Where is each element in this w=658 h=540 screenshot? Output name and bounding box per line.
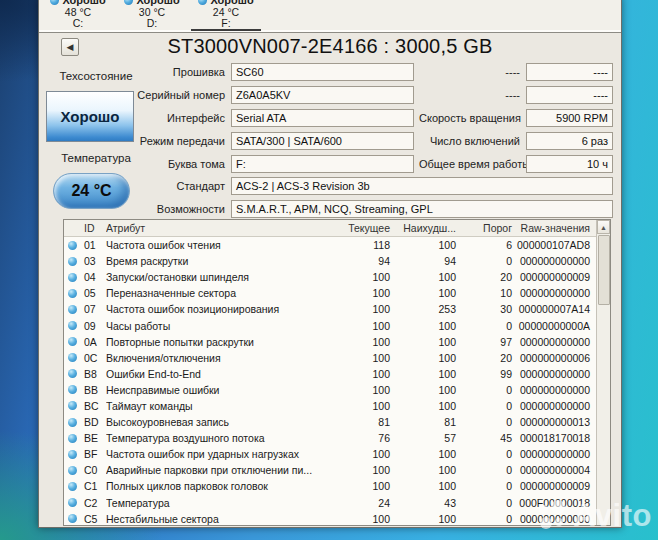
attribute-status-icon [68, 498, 77, 507]
detail-field-row: Прошивка SC60 [136, 63, 417, 81]
smart-table-row: 09 Часы работы 100 100 0 00000000000A [64, 317, 596, 333]
field-label: Число включений [419, 135, 526, 147]
field-value-box: F: [231, 155, 414, 173]
field-label: ---- [419, 89, 526, 101]
attribute-status-icon [68, 434, 77, 443]
smart-table-row: BD Высокоуровневая запись 81 81 0 000000… [64, 414, 596, 430]
health-status-button[interactable]: Хорошо [46, 91, 134, 142]
field-label: Серийный номер [136, 89, 231, 101]
drive-letter-label: D: [115, 18, 189, 29]
field-value-box: ---- [526, 63, 613, 81]
field-value-box: S.M.A.R.T., APM, NCQ, Streaming, GPL [231, 200, 613, 218]
field-value-box: Serial ATA [231, 109, 414, 127]
field-label: Буква тома [136, 158, 231, 170]
scrollbar-thumb[interactable] [598, 235, 610, 305]
attribute-status-icon [68, 241, 77, 250]
drive-tabs: Хорошо 48 °C C: Хорошо 30 °C D: Хорошо 2… [39, 0, 621, 33]
field-label: Скорость вращения [419, 112, 526, 124]
attribute-status-icon [68, 401, 77, 410]
drive-status-icon [198, 0, 207, 5]
field-label: Интерфейс [136, 112, 231, 124]
attribute-status-icon [68, 450, 77, 459]
column-header-threshold: Порог [456, 222, 512, 234]
attribute-status-icon [68, 466, 77, 475]
title-row: ◀ ST3000VN007-2E4166 : 3000,5 GB [39, 35, 621, 63]
detail-field-row: ---- ---- [419, 86, 616, 104]
drive-status-icon [124, 0, 133, 5]
attribute-status-icon [68, 305, 77, 314]
detail-field-row: Буква тома F: [136, 155, 417, 173]
detail-field-row: Интерфейс Serial ATA [136, 109, 417, 127]
smart-table-row: 01 Частота ошибок чтения 118 100 6 00000… [64, 237, 596, 253]
column-header-raw: Raw-значения [512, 222, 596, 234]
prev-drive-button[interactable]: ◀ [61, 38, 79, 56]
smart-table-row: 0C Включения/отключения 100 100 20 00000… [64, 350, 596, 366]
smart-table-row: 05 Переназначенные сектора 100 100 10 00… [64, 285, 596, 301]
field-label: Прошивка [136, 66, 231, 78]
crystaldiskinfo-window: Хорошо 48 °C C: Хорошо 30 °C D: Хорошо 2… [38, 0, 622, 528]
column-header-current: Текущее [326, 222, 390, 234]
field-label: Режим передачи [136, 135, 231, 147]
field-label: Общее время работы [419, 158, 526, 170]
smart-table-row: C0 Аварийные парковки при отключении пи.… [64, 462, 596, 478]
drive-tab[interactable]: Хорошо 48 °C C: [41, 0, 115, 32]
scroll-up-icon: ▲ [600, 224, 607, 231]
smart-table-row: BE Температура воздушного потока 76 57 4… [64, 430, 596, 446]
field-label: ---- [419, 66, 526, 78]
detail-field-row: Режим передачи SATA/300 | SATA/600 [136, 132, 417, 150]
column-header-id: ID [82, 222, 106, 234]
drive-detail-fields: Прошивка SC60 Серийный номер Z6A0A5KV Ин… [136, 63, 417, 178]
attribute-status-icon [68, 273, 77, 282]
attribute-status-icon [68, 514, 77, 523]
detail-field-row: Стандарт ACS-2 | ACS-3 Revision 3b [136, 177, 613, 195]
smart-table-row: C1 Полных циклов парковок головок 100 10… [64, 478, 596, 494]
attribute-status-icon [68, 418, 77, 427]
smart-table-row: C2 Температура 24 43 0 000F00000018 [64, 495, 596, 511]
smart-table-row: 07 Частота ошибок позиционирования 100 2… [64, 301, 596, 317]
attribute-status-icon [68, 369, 77, 378]
smart-table-row: 04 Запуски/остановки шпинделя 100 100 20… [64, 269, 596, 285]
field-value-box: ACS-2 | ACS-3 Revision 3b [231, 177, 613, 195]
detail-field-row: Общее время работы 10 ч [419, 155, 616, 173]
field-value-box: 5900 RPM [526, 109, 613, 127]
field-value-box: ---- [526, 86, 613, 104]
attribute-status-icon [68, 385, 77, 394]
detail-field-row: Серийный номер Z6A0A5KV [136, 86, 417, 104]
field-value-box: SATA/300 | SATA/600 [231, 132, 414, 150]
smart-table-row: B8 Ошибки End-to-End 100 100 99 00000000… [64, 366, 596, 382]
scroll-up-button[interactable]: ▲ [597, 220, 610, 234]
drive-tab[interactable]: Хорошо 24 °C F: [189, 0, 263, 32]
detail-field-row: Скорость вращения 5900 RPM [419, 109, 616, 127]
health-label: Техсостояние [43, 70, 149, 82]
field-value-box: 6 раз [526, 132, 613, 150]
detail-field-row: Число включений 6 раз [419, 132, 616, 150]
drive-wide-fields: Стандарт ACS-2 | ACS-3 Revision 3b Возмо… [136, 177, 613, 223]
vertical-scrollbar[interactable]: ▲ [596, 220, 610, 525]
smart-table-header: ID Атрибут Текущее Наихудш... Порог Raw-… [64, 220, 596, 237]
column-header-worst: Наихудш... [390, 222, 456, 234]
field-label: Возможности [136, 203, 231, 215]
drive-letter-label: C: [41, 18, 115, 29]
column-header-attribute: Атрибут [106, 222, 326, 234]
attribute-status-icon [68, 337, 77, 346]
drive-letter-label: F: [189, 18, 263, 29]
smart-table-row: 03 Время раскрутки 94 94 0 000000000000 [64, 253, 596, 269]
drive-title: ST3000VN007-2E4166 : 3000,5 GB [39, 35, 621, 58]
smart-table-row: BC Таймаут команды 100 100 0 00000000000… [64, 398, 596, 414]
temperature-badge: 24 °C [53, 173, 130, 209]
field-value-box: SC60 [231, 63, 414, 81]
smart-table-row: BB Неисправимые ошибки 100 100 0 0000000… [64, 382, 596, 398]
drive-stat-fields: ---- ---- ---- ---- Скорость вращения 59… [419, 63, 616, 178]
detail-field-row: ---- ---- [419, 63, 616, 81]
field-value-box: 10 ч [526, 155, 613, 173]
smart-table-row: 0A Повторные попытки раскрутки 100 100 9… [64, 334, 596, 350]
smart-table-row: C5 Нестабильные сектора 100 100 0 000000… [64, 511, 596, 527]
desktop-photo: Хорошо 48 °C C: Хорошо 30 °C D: Хорошо 2… [0, 0, 658, 540]
detail-field-row: Возможности S.M.A.R.T., APM, NCQ, Stream… [136, 200, 613, 218]
smart-table-body: 01 Частота ошибок чтения 118 100 6 00000… [64, 237, 596, 527]
attribute-status-icon [68, 353, 77, 362]
drive-tab[interactable]: Хорошо 30 °C D: [115, 0, 189, 32]
field-label: Стандарт [136, 180, 231, 192]
attribute-status-icon [68, 289, 77, 298]
smart-table: ID Атрибут Текущее Наихудш... Порог Raw-… [63, 219, 611, 526]
